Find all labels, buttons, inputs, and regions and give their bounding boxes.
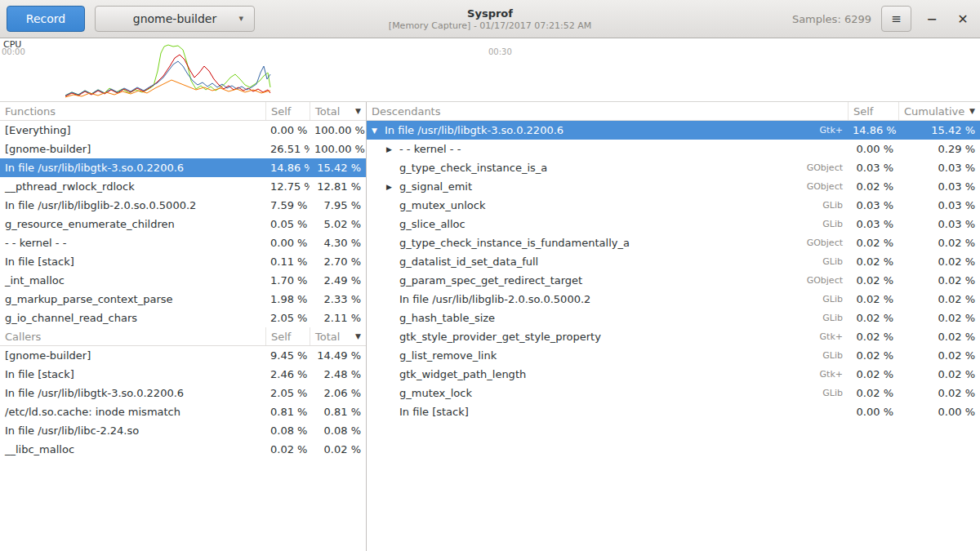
minimize-button[interactable]: − bbox=[921, 6, 942, 32]
time-label-start: 00:00 bbox=[2, 47, 25, 56]
column-header-callers[interactable]: Callers bbox=[0, 327, 265, 345]
descendants-row[interactable]: ▶g_signal_emitGObject0.02 %0.03 % bbox=[367, 177, 980, 196]
cumulative-value: 15.42 % bbox=[898, 124, 980, 136]
total-value: 100.00 % bbox=[310, 143, 366, 155]
column-header-descendants[interactable]: Descendants bbox=[367, 102, 848, 120]
self-value: 2.46 % bbox=[265, 368, 310, 380]
self-value: 0.02 % bbox=[848, 368, 898, 380]
callers-row[interactable]: /etc/ld.so.cache: inode mismatch0.81 %0.… bbox=[0, 402, 366, 421]
descendant-name: - - kernel - - bbox=[399, 143, 461, 155]
descendants-row[interactable]: g_param_spec_get_redirect_targetGObject0… bbox=[367, 271, 980, 290]
functions-row[interactable]: In file /usr/lib/libglib-2.0.so.0.5000.2… bbox=[0, 196, 366, 215]
column-header-self[interactable]: Self bbox=[265, 327, 310, 345]
callers-row[interactable]: In file /usr/lib/libgtk-3.so.0.2200.62.0… bbox=[0, 384, 366, 402]
descendants-row[interactable]: In file /usr/lib/libglib-2.0.so.0.5000.2… bbox=[367, 290, 980, 309]
headerbar: Record gnome-builder ▾ Sysprof [Memory C… bbox=[0, 0, 980, 38]
descendants-row[interactable]: g_datalist_id_set_data_fullGLib0.02 %0.0… bbox=[367, 252, 980, 271]
functions-row[interactable]: g_resource_enumerate_children0.05 %5.02 … bbox=[0, 215, 366, 233]
descendant-name: g_param_spec_get_redirect_target bbox=[399, 274, 582, 287]
self-value: 0.08 % bbox=[265, 424, 310, 437]
header-right: Samples: 6299 ≡ − ✕ bbox=[792, 6, 973, 32]
descendant-name: g_datalist_id_set_data_full bbox=[399, 256, 538, 268]
expander-closed-icon[interactable]: ▶ bbox=[386, 183, 399, 191]
title-block: Sysprof [Memory Capture] - 01/17/2017 07… bbox=[389, 7, 591, 31]
total-value: 2.49 % bbox=[310, 274, 366, 287]
functions-row[interactable]: g_io_channel_read_chars2.05 %2.11 % bbox=[0, 309, 366, 327]
sort-indicator-icon: ▼ bbox=[355, 107, 361, 115]
column-header-self[interactable]: Self bbox=[265, 102, 310, 120]
expander-closed-icon[interactable]: ▶ bbox=[386, 145, 399, 153]
function-name: g_resource_enumerate_children bbox=[0, 218, 265, 230]
cumulative-value: 0.03 % bbox=[898, 218, 980, 230]
self-value: 0.02 % bbox=[848, 256, 898, 268]
tree-cell: In file /usr/lib/libglib-2.0.so.0.5000.2 bbox=[367, 293, 784, 305]
functions-row[interactable]: [gnome-builder]26.51 %100.00 % bbox=[0, 140, 366, 158]
minimize-icon: − bbox=[926, 11, 937, 27]
descendant-name: g_type_check_instance_is_fundamentally_a bbox=[399, 237, 630, 249]
descendants-row[interactable]: g_type_check_instance_is_aGObject0.03 %0… bbox=[367, 158, 980, 177]
tree-cell: gtk_style_provider_get_style_property bbox=[367, 331, 784, 343]
tree-cell: g_datalist_id_set_data_full bbox=[367, 256, 784, 268]
descendants-row[interactable]: gtk_style_provider_get_style_propertyGtk… bbox=[367, 327, 980, 346]
descendants-row[interactable]: g_type_check_instance_is_fundamentally_a… bbox=[367, 233, 980, 252]
record-button[interactable]: Record bbox=[7, 6, 85, 32]
column-header-cumulative[interactable]: Cumulative ▼ bbox=[898, 102, 980, 120]
descendants-row[interactable]: g_hash_table_sizeGLib0.02 %0.02 % bbox=[367, 309, 980, 327]
self-value: 0.02 % bbox=[848, 180, 898, 193]
function-name: __libc_malloc bbox=[0, 443, 265, 455]
process-selector-dropdown[interactable]: gnome-builder ▾ bbox=[95, 6, 255, 32]
callers-row[interactable]: __libc_malloc0.02 %0.02 % bbox=[0, 440, 366, 459]
menu-button[interactable]: ≡ bbox=[881, 6, 911, 32]
self-value: 0.81 % bbox=[265, 406, 310, 418]
functions-row[interactable]: _int_malloc1.70 %2.49 % bbox=[0, 271, 366, 290]
cumulative-value: 0.02 % bbox=[898, 256, 980, 268]
callers-row[interactable]: In file [stack]2.46 %2.48 % bbox=[0, 365, 366, 384]
functions-row[interactable]: [Everything]0.00 %100.00 % bbox=[0, 121, 366, 140]
callers-row[interactable]: [gnome-builder]9.45 %14.49 % bbox=[0, 346, 366, 365]
close-button[interactable]: ✕ bbox=[952, 6, 973, 32]
sort-indicator-icon: ▼ bbox=[969, 107, 975, 115]
function-name: In file /usr/lib/libglib-2.0.so.0.5000.2 bbox=[0, 199, 265, 211]
tree-cell: gtk_widget_path_length bbox=[367, 368, 784, 380]
descendants-row[interactable]: ▶- - kernel - -0.00 %0.29 % bbox=[367, 140, 980, 158]
callers-row[interactable]: In file /usr/lib/libc-2.24.so0.08 %0.08 … bbox=[0, 421, 366, 440]
function-name: [Everything] bbox=[0, 124, 265, 136]
descendant-name: g_hash_table_size bbox=[399, 312, 495, 324]
descendants-row[interactable]: g_list_remove_linkGLib0.02 %0.02 % bbox=[367, 346, 980, 365]
category-label: GLib bbox=[784, 350, 848, 361]
descendants-row[interactable]: g_mutex_unlockGLib0.03 %0.03 % bbox=[367, 196, 980, 215]
descendants-row[interactable]: In file [stack]0.00 %0.00 % bbox=[367, 402, 980, 421]
descendants-row[interactable]: ▼In file /usr/lib/libgtk-3.so.0.2200.6Gt… bbox=[367, 121, 980, 140]
column-header-self[interactable]: Self bbox=[848, 102, 898, 120]
category-label: GObject bbox=[784, 162, 848, 173]
column-header-total[interactable]: Total ▼ bbox=[310, 102, 366, 120]
cpu-graph[interactable]: CPU 00:00 00:30 bbox=[0, 38, 980, 102]
expander-open-icon[interactable]: ▼ bbox=[372, 127, 385, 135]
descendant-name: In file [stack] bbox=[399, 406, 469, 418]
tree-cell: g_type_check_instance_is_a bbox=[367, 162, 784, 174]
functions-table: [Everything]0.00 %100.00 %[gnome-builder… bbox=[0, 121, 366, 327]
category-label: GObject bbox=[784, 275, 848, 286]
right-pane: Descendants Self Cumulative ▼ ▼In file /… bbox=[367, 102, 980, 551]
functions-row[interactable]: In file [stack]0.11 %2.70 % bbox=[0, 252, 366, 271]
descendants-row[interactable]: g_slice_allocGLib0.03 %0.03 % bbox=[367, 215, 980, 233]
self-value: 2.05 % bbox=[265, 312, 310, 324]
self-value: 0.00 % bbox=[848, 143, 898, 155]
self-value: 0.02 % bbox=[265, 443, 310, 455]
functions-row[interactable]: In file /usr/lib/libgtk-3.so.0.2200.614.… bbox=[0, 158, 366, 177]
category-label: Gtk+ bbox=[784, 125, 848, 136]
total-value: 12.81 % bbox=[310, 180, 366, 193]
cumulative-value: 0.03 % bbox=[898, 199, 980, 211]
sort-indicator-icon: ▼ bbox=[355, 332, 361, 340]
column-header-total[interactable]: Total ▼ bbox=[310, 327, 366, 345]
function-name: In file /usr/lib/libc-2.24.so bbox=[0, 424, 265, 437]
functions-row[interactable]: - - kernel - -0.00 %4.30 % bbox=[0, 233, 366, 252]
descendants-row[interactable]: g_mutex_lockGLib0.02 %0.02 % bbox=[367, 384, 980, 402]
functions-row[interactable]: __pthread_rwlock_rdlock12.75 %12.81 % bbox=[0, 177, 366, 196]
self-value: 0.02 % bbox=[848, 237, 898, 249]
window-subtitle: [Memory Capture] - 01/17/2017 07:21:52 A… bbox=[389, 20, 591, 31]
cumulative-value: 0.02 % bbox=[898, 331, 980, 343]
column-header-functions[interactable]: Functions bbox=[0, 102, 265, 120]
descendants-row[interactable]: gtk_widget_path_lengthGtk+0.02 %0.02 % bbox=[367, 365, 980, 384]
functions-row[interactable]: g_markup_parse_context_parse1.98 %2.33 % bbox=[0, 290, 366, 309]
